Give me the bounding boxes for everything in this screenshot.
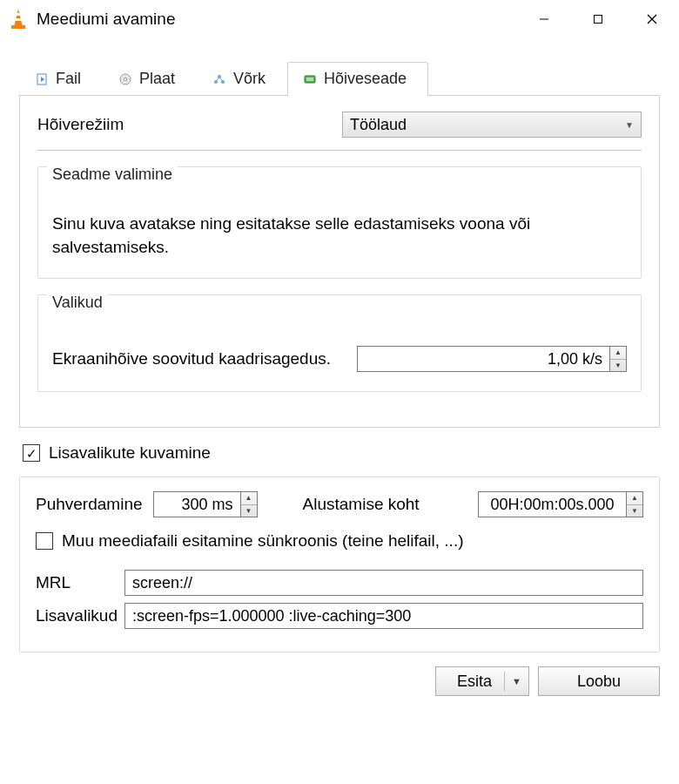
play-button[interactable]: Esita ▼ bbox=[435, 666, 529, 696]
caching-value[interactable]: 300 ms bbox=[153, 491, 240, 517]
device-group-title: Seadme valimine bbox=[47, 166, 178, 184]
spin-down-icon[interactable]: ▼ bbox=[610, 360, 626, 372]
close-button[interactable] bbox=[625, 0, 679, 38]
tab-network-label: Võrk bbox=[233, 70, 266, 88]
tab-disc[interactable]: Plaat bbox=[103, 62, 197, 96]
tab-capture[interactable]: Hõiveseade bbox=[287, 62, 428, 96]
maximize-button[interactable] bbox=[571, 0, 625, 38]
mrl-label: MRL bbox=[36, 573, 124, 592]
titlebar: Meediumi avamine bbox=[0, 0, 679, 38]
advanced-options-panel: Puhverdamine 300 ms ▲ ▼ Alustamise koht … bbox=[19, 476, 660, 652]
edit-options-input[interactable] bbox=[124, 603, 643, 629]
fps-value[interactable]: 1,00 k/s bbox=[357, 346, 609, 372]
cancel-button-label: Loobu bbox=[577, 672, 621, 691]
show-more-label: Lisavalikute kuvamine bbox=[49, 443, 211, 463]
dialog-content: Fail Plaat Võrk Hõiveseade Hõiverežiim T… bbox=[0, 38, 679, 652]
options-group: Valikud Ekraanihõive soovitud kaadrisage… bbox=[37, 294, 642, 392]
show-more-checkbox[interactable] bbox=[23, 444, 40, 462]
show-more-options-row[interactable]: Lisavalikute kuvamine bbox=[23, 443, 660, 463]
chevron-down-icon: ▼ bbox=[625, 120, 634, 130]
start-time-spinner[interactable]: 00H:00m:00s.000 ▲ ▼ bbox=[478, 491, 643, 517]
svg-rect-5 bbox=[595, 16, 602, 24]
spin-down-icon[interactable]: ▼ bbox=[241, 505, 257, 517]
svg-rect-1 bbox=[16, 13, 20, 16]
caching-spinner[interactable]: 300 ms ▲ ▼ bbox=[153, 491, 258, 517]
svg-line-16 bbox=[219, 77, 223, 82]
capture-icon bbox=[304, 73, 316, 85]
tab-capture-label: Hõiveseade bbox=[324, 70, 407, 88]
window-controls bbox=[517, 0, 679, 38]
svg-marker-0 bbox=[15, 9, 23, 25]
tab-bar: Fail Plaat Võrk Hõiveseade bbox=[19, 61, 660, 96]
tab-network[interactable]: Võrk bbox=[197, 62, 287, 96]
start-time-value[interactable]: 00H:00m:00s.000 bbox=[478, 491, 626, 517]
fps-spinner[interactable]: 1,00 k/s ▲ ▼ bbox=[357, 346, 627, 372]
svg-point-11 bbox=[124, 78, 127, 81]
caching-spin-buttons: ▲ ▼ bbox=[240, 491, 258, 517]
start-spin-buttons: ▲ ▼ bbox=[626, 491, 643, 517]
svg-line-15 bbox=[216, 77, 219, 82]
file-icon bbox=[36, 73, 48, 85]
minimize-button[interactable] bbox=[517, 0, 571, 38]
capture-mode-row: Hõiverežiim Töölaud ▼ bbox=[37, 112, 642, 138]
fps-spin-buttons: ▲ ▼ bbox=[609, 346, 627, 372]
spin-down-icon[interactable]: ▼ bbox=[627, 505, 642, 517]
dialog-actions: Esita ▼ Loobu bbox=[0, 652, 679, 696]
edit-options-label: Lisavalikud bbox=[36, 606, 124, 625]
tab-file-label: Fail bbox=[56, 70, 81, 88]
capture-tab-pane: Hõiverežiim Töölaud ▼ Seadme valimine Si… bbox=[19, 96, 660, 428]
svg-rect-2 bbox=[15, 18, 21, 21]
disc-icon bbox=[119, 73, 131, 85]
spin-up-icon[interactable]: ▲ bbox=[610, 347, 626, 360]
device-description: Sinu kuva avatakse ning esitatakse selle… bbox=[52, 199, 627, 259]
options-group-title: Valikud bbox=[47, 294, 108, 312]
tab-file[interactable]: Fail bbox=[19, 62, 103, 96]
cancel-button[interactable]: Loobu bbox=[538, 666, 660, 696]
svg-rect-3 bbox=[11, 25, 25, 29]
spin-up-icon[interactable]: ▲ bbox=[627, 492, 642, 505]
vlc-cone-icon bbox=[9, 8, 28, 30]
chevron-down-icon[interactable]: ▼ bbox=[512, 676, 521, 686]
tab-disc-label: Plaat bbox=[139, 70, 175, 88]
mrl-input[interactable] bbox=[124, 570, 643, 596]
play-button-label: Esita bbox=[457, 672, 492, 691]
spin-up-icon[interactable]: ▲ bbox=[241, 492, 257, 505]
network-icon bbox=[213, 73, 225, 85]
capture-mode-value: Töölaud bbox=[350, 116, 407, 134]
device-selection-group: Seadme valimine Sinu kuva avatakse ning … bbox=[37, 166, 642, 279]
svg-rect-18 bbox=[306, 78, 313, 81]
sync-play-checkbox[interactable] bbox=[36, 532, 53, 550]
sync-play-label: Muu meediafaili esitamine sünkroonis (te… bbox=[62, 531, 464, 551]
capture-mode-label: Hõiverežiim bbox=[37, 115, 342, 134]
button-divider bbox=[504, 672, 505, 691]
window-title: Meediumi avamine bbox=[37, 10, 517, 29]
start-time-label: Alustamise koht bbox=[303, 495, 420, 514]
capture-mode-dropdown[interactable]: Töölaud ▼ bbox=[342, 112, 642, 138]
fps-label: Ekraanihõive soovitud kaadrisagedus. bbox=[52, 349, 345, 368]
divider bbox=[37, 150, 642, 151]
sync-play-row[interactable]: Muu meediafaili esitamine sünkroonis (te… bbox=[36, 531, 643, 551]
caching-label: Puhverdamine bbox=[36, 495, 143, 514]
